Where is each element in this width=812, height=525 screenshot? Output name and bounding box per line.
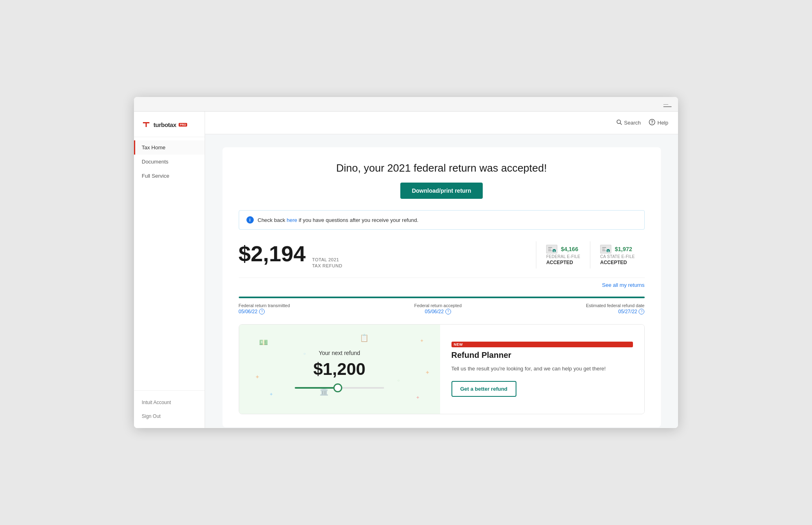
see-all-returns-link[interactable]: See all my returns bbox=[602, 282, 645, 288]
info-text-before: Check back bbox=[258, 217, 287, 223]
timeline-item-accepted: Federal return accepted 05/06/22 ? bbox=[414, 303, 462, 314]
total-refund-amount: $2,194 bbox=[239, 241, 306, 266]
federal-amount: $4,166 bbox=[561, 246, 578, 252]
refund-planner-info: NEW Refund Planner Tell us the result yo… bbox=[440, 325, 644, 414]
refund-slider[interactable] bbox=[295, 387, 384, 389]
deco-w4-icon: 📋 bbox=[360, 334, 369, 342]
sidebar-nav: Tax Home Documents Full Service bbox=[134, 137, 205, 390]
search-label: Search bbox=[624, 120, 641, 126]
next-refund-amount: $1,200 bbox=[313, 359, 365, 379]
search-icon bbox=[616, 119, 622, 126]
info-link[interactable]: here bbox=[287, 217, 297, 223]
info-text-after: if you have questions after you receive … bbox=[297, 217, 418, 223]
browser-titlebar: — bbox=[134, 97, 678, 112]
timeline: Federal return transmitted 05/06/22 ? Fe… bbox=[239, 297, 645, 314]
sidebar: turbotax PRO Tax Home Documents Full Ser… bbox=[134, 112, 205, 428]
svg-rect-13 bbox=[602, 249, 605, 250]
hero-section: Dino, your 2021 federal return was accep… bbox=[239, 162, 645, 199]
estimated-date: 05/27/22 ? bbox=[586, 309, 644, 314]
sidebar-bottom: Intuit Account Sign Out bbox=[134, 390, 205, 428]
federal-refund-card: $ $4,166 FEDERAL E-FILE ACCEPTED bbox=[536, 241, 590, 269]
federal-type: FEDERAL E-FILE bbox=[546, 254, 580, 259]
state-amount: $1,972 bbox=[615, 246, 632, 252]
browser-controls: — bbox=[663, 101, 672, 107]
topbar: Search ? Help bbox=[205, 112, 678, 134]
main-content: Dino, your 2021 federal return was accep… bbox=[205, 134, 678, 428]
turbotax-logo: turbotax PRO bbox=[140, 119, 198, 130]
federal-filing-icon: $ bbox=[546, 245, 557, 254]
estimated-info-icon[interactable]: ? bbox=[639, 309, 644, 314]
planner-description: Tell us the result you're looking for, a… bbox=[451, 365, 633, 373]
timeline-item-transmitted: Federal return transmitted 05/06/22 ? bbox=[239, 303, 290, 314]
svg-text:?: ? bbox=[651, 120, 653, 125]
state-filing-icon: $ bbox=[600, 245, 611, 254]
svg-rect-8 bbox=[548, 250, 552, 251]
slider-thumb[interactable] bbox=[333, 383, 342, 392]
state-type: CA STATE E-FILE bbox=[600, 254, 635, 259]
federal-card-header: $ $4,166 bbox=[546, 245, 580, 254]
info-banner-text: Check back here if you have questions af… bbox=[258, 217, 419, 223]
refund-type-label: TAX REFUND bbox=[312, 263, 342, 269]
svg-line-2 bbox=[620, 123, 622, 125]
deco-star2: ✦ bbox=[269, 392, 273, 397]
sidebar-item-full-service[interactable]: Full Service bbox=[134, 169, 205, 183]
app-container: turbotax PRO Tax Home Documents Full Ser… bbox=[134, 112, 678, 428]
turbotax-badge: PRO bbox=[179, 123, 187, 127]
turbotax-name: turbotax bbox=[153, 121, 176, 128]
deco-circle2: ○ bbox=[397, 378, 400, 383]
new-badge: NEW bbox=[451, 342, 633, 347]
transmitted-date: 05/06/22 ? bbox=[239, 309, 290, 314]
transmitted-label: Federal return transmitted bbox=[239, 303, 290, 308]
slider-track bbox=[295, 387, 384, 389]
deco-star1: ✦ bbox=[255, 374, 260, 380]
slider-fill bbox=[295, 387, 335, 389]
minimize-button[interactable]: — bbox=[663, 101, 672, 107]
transmitted-info-icon[interactable]: ? bbox=[259, 309, 265, 314]
state-status: ACCEPTED bbox=[600, 260, 635, 265]
search-action[interactable]: Search bbox=[616, 119, 641, 126]
browser-window: — turbotax PRO Tax Home bbox=[134, 97, 678, 428]
refund-main: $2,194 TOTAL 2021 TAX REFUND bbox=[239, 241, 536, 269]
accepted-label: Federal return accepted bbox=[414, 303, 462, 308]
sidebar-logo: turbotax PRO bbox=[134, 112, 205, 137]
accepted-info-icon[interactable]: ? bbox=[445, 309, 451, 314]
main-layout: Search ? Help Dino, bbox=[205, 112, 678, 428]
total-label: TOTAL 2021 bbox=[312, 257, 342, 263]
timeline-item-estimated: Estimated federal refund date 05/27/22 ? bbox=[586, 303, 644, 314]
state-refund-card: $ $1,972 CA STATE E-FILE ACCEPTED bbox=[590, 241, 644, 269]
help-action[interactable]: ? Help bbox=[649, 119, 668, 127]
help-icon: ? bbox=[649, 119, 655, 127]
state-card-header: $ $1,972 bbox=[600, 245, 635, 254]
refund-planner-visual: 💵 ✦ ✦ 📋 ✦ ✦ 🏛️ ✦ ○ ○ You bbox=[239, 325, 440, 414]
svg-rect-6 bbox=[548, 247, 552, 248]
download-print-button[interactable]: Download/print return bbox=[400, 183, 482, 199]
next-refund-label: Your next refund bbox=[319, 350, 360, 356]
sidebar-item-documents[interactable]: Documents bbox=[134, 155, 205, 169]
refund-cards: $ $4,166 FEDERAL E-FILE ACCEPTED bbox=[536, 241, 644, 269]
sidebar-item-tax-home[interactable]: Tax Home bbox=[134, 140, 205, 155]
svg-rect-14 bbox=[602, 250, 606, 251]
svg-rect-7 bbox=[548, 249, 551, 250]
turbotax-icon bbox=[140, 119, 152, 130]
refund-label: TOTAL 2021 TAX REFUND bbox=[312, 257, 342, 269]
planner-title: Refund Planner bbox=[451, 351, 633, 360]
sidebar-item-sign-out[interactable]: Sign Out bbox=[134, 409, 205, 423]
accepted-date: 05/06/22 ? bbox=[414, 309, 462, 314]
federal-status: ACCEPTED bbox=[546, 260, 580, 265]
get-better-refund-button[interactable]: Get a better refund bbox=[451, 381, 516, 397]
help-label: Help bbox=[657, 120, 668, 126]
info-icon: i bbox=[246, 216, 254, 224]
info-banner: i Check back here if you have questions … bbox=[239, 210, 645, 230]
svg-text:$: $ bbox=[553, 250, 555, 253]
svg-rect-12 bbox=[602, 247, 606, 248]
content-card: Dino, your 2021 federal return was accep… bbox=[222, 147, 661, 427]
deco-star4: ✦ bbox=[425, 369, 430, 376]
deco-star5: ✦ bbox=[416, 395, 420, 400]
bottom-cards: 💵 ✦ ✦ 📋 ✦ ✦ 🏛️ ✦ ○ ○ You bbox=[239, 324, 645, 414]
estimated-label: Estimated federal refund date bbox=[586, 303, 644, 308]
sidebar-item-intuit-account[interactable]: Intuit Account bbox=[134, 396, 205, 409]
deco-money-icon: 💵 bbox=[259, 338, 268, 347]
refund-summary: $2,194 TOTAL 2021 TAX REFUND bbox=[239, 241, 645, 278]
deco-star3: ✦ bbox=[420, 338, 424, 344]
timeline-labels: Federal return transmitted 05/06/22 ? Fe… bbox=[239, 303, 645, 314]
